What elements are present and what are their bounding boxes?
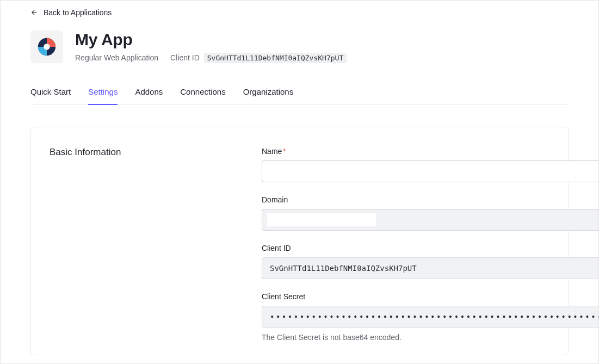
field-client-secret: Client Secret ••••••••••••••••••••••••••… <box>262 292 599 342</box>
field-domain: Domain <box>262 195 599 231</box>
app-name-heading: My App <box>75 30 347 50</box>
section-title: Basic Information <box>50 147 245 158</box>
field-name: Name* <box>262 147 599 182</box>
client-id-inline-label: Client ID <box>170 53 200 62</box>
client-secret-label: Client Secret <box>262 292 599 301</box>
tab-settings[interactable]: Settings <box>88 87 118 105</box>
tab-quick-start[interactable]: Quick Start <box>30 87 71 105</box>
svg-point-2 <box>44 44 50 50</box>
arrow-left-icon <box>30 9 38 16</box>
client-id-chip[interactable]: SvGnHTTd1L11DebfNMI0aIQZvsKH7pUT <box>204 53 347 63</box>
field-client-id: Client ID <box>262 244 599 279</box>
app-logo <box>30 30 63 63</box>
required-asterisk: * <box>283 147 286 156</box>
tab-connections[interactable]: Connections <box>180 87 225 105</box>
client-id-inline: Client ID SvGnHTTd1L11DebfNMI0aIQZvsKH7p… <box>170 53 347 63</box>
settings-panel: Basic Information Name* Domain <box>30 127 569 355</box>
client-id-label: Client ID <box>262 244 599 252</box>
tab-organizations[interactable]: Organizations <box>243 87 294 105</box>
tab-addons[interactable]: Addons <box>135 87 163 105</box>
app-type-label: Regular Web Application <box>75 53 158 62</box>
client-id-input[interactable] <box>262 257 599 279</box>
domain-label: Domain <box>262 195 599 204</box>
tabs-bar: Quick Start Settings Addons Connections … <box>30 87 569 105</box>
back-link-label: Back to Applications <box>44 8 112 17</box>
name-label: Name* <box>262 147 599 156</box>
name-input[interactable] <box>262 161 599 182</box>
back-to-applications-link[interactable]: Back to Applications <box>30 8 112 17</box>
app-header: My App Regular Web Application Client ID… <box>30 30 569 63</box>
domain-redaction <box>267 213 376 226</box>
client-secret-input[interactable]: ••••••••••••••••••••••••••••••••••••••••… <box>262 306 599 328</box>
client-secret-help: The Client Secret is not base64 encoded. <box>262 333 599 342</box>
